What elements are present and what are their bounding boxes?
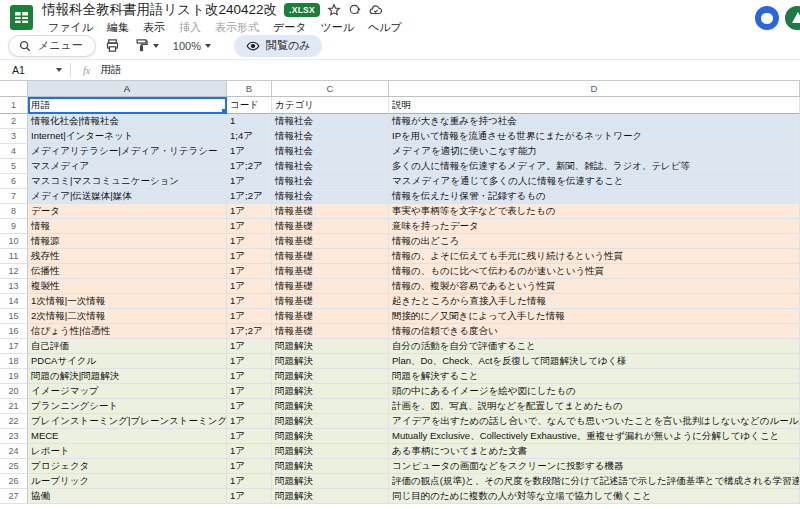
cell-D1[interactable]: 説明: [389, 97, 800, 114]
cell-C25[interactable]: 問題解決: [272, 459, 389, 474]
row-number[interactable]: 4: [0, 144, 28, 159]
cell-D11[interactable]: 情報の、よそに伝えても手元に残り続けるという性質: [389, 249, 800, 264]
cell-B26[interactable]: 1ア: [227, 474, 272, 489]
cell-D6[interactable]: マスメディアを通じて多くの人に情報を伝達すること: [389, 174, 800, 189]
cell-A26[interactable]: ルーブリック: [28, 474, 227, 489]
view-mode-chip[interactable]: 閲覧のみ: [234, 35, 323, 57]
search-menus-button[interactable]: メニュー: [8, 35, 96, 57]
cell-B4[interactable]: 1ア: [227, 144, 272, 159]
cell-B1[interactable]: コード: [227, 97, 272, 114]
cell-C5[interactable]: 情報社会: [272, 159, 389, 174]
column-header-A[interactable]: A: [28, 81, 227, 96]
cell-A5[interactable]: マスメディア: [28, 159, 227, 174]
row-number[interactable]: 15: [0, 309, 28, 324]
cell-C11[interactable]: 情報基礎: [272, 249, 389, 264]
formula-input[interactable]: 用語: [100, 63, 121, 77]
row-number[interactable]: 24: [0, 444, 28, 459]
cell-B25[interactable]: 1ア: [227, 459, 272, 474]
cell-B16[interactable]: 1ア;2ア: [227, 324, 272, 339]
cell-C4[interactable]: 情報社会: [272, 144, 389, 159]
cell-C19[interactable]: 問題解決: [272, 369, 389, 384]
cell-B24[interactable]: 1ア: [227, 444, 272, 459]
cell-D24[interactable]: ある事柄についてまとめた文書: [389, 444, 800, 459]
cell-A6[interactable]: マスコミ|マスコミュニケーション: [28, 174, 227, 189]
name-box[interactable]: A1: [0, 64, 70, 76]
cell-C24[interactable]: 問題解決: [272, 444, 389, 459]
cell-C13[interactable]: 情報基礎: [272, 279, 389, 294]
cell-D16[interactable]: 情報の信頼できる度合い: [389, 324, 800, 339]
star-icon[interactable]: [327, 3, 341, 17]
move-icon[interactable]: [348, 3, 362, 17]
cell-A15[interactable]: 2次情報|二次情報: [28, 309, 227, 324]
cell-B6[interactable]: 1ア: [227, 174, 272, 189]
row-number[interactable]: 17: [0, 339, 28, 354]
row-number[interactable]: 25: [0, 459, 28, 474]
cell-D4[interactable]: メディアを適切に使いこなす能力: [389, 144, 800, 159]
cell-C7[interactable]: 情報社会: [272, 189, 389, 204]
menu-ツール[interactable]: ツール: [315, 20, 361, 35]
row-number[interactable]: 2: [0, 114, 28, 129]
cell-C12[interactable]: 情報基礎: [272, 264, 389, 279]
row-number[interactable]: 1: [0, 97, 28, 114]
cell-A20[interactable]: イメージマップ: [28, 384, 227, 399]
cell-D5[interactable]: 多くの人に情報を伝達するメディア。新聞、雑誌、ラジオ、テレビ等: [389, 159, 800, 174]
avatar[interactable]: [755, 6, 779, 30]
cell-A1[interactable]: 用語: [28, 97, 227, 114]
cell-C21[interactable]: 問題解決: [272, 399, 389, 414]
cell-A22[interactable]: ブレインストーミング|ブレーンストーミング: [28, 414, 227, 429]
cell-B11[interactable]: 1ア: [227, 249, 272, 264]
cell-B20[interactable]: 1ア: [227, 384, 272, 399]
select-all-corner[interactable]: [0, 81, 28, 96]
cell-C8[interactable]: 情報基礎: [272, 204, 389, 219]
menu-編集[interactable]: 編集: [101, 20, 135, 35]
cell-B5[interactable]: 1ア;2ア: [227, 159, 272, 174]
row-number[interactable]: 22: [0, 414, 28, 429]
cell-A19[interactable]: 問題の解決|問題解決: [28, 369, 227, 384]
row-number[interactable]: 10: [0, 234, 28, 249]
row-number[interactable]: 12: [0, 264, 28, 279]
row-number[interactable]: 21: [0, 399, 28, 414]
cell-D3[interactable]: IPを用いて情報を流通させる世界にまたがるネットワーク: [389, 129, 800, 144]
row-number[interactable]: 3: [0, 129, 28, 144]
cell-D21[interactable]: 計画を、図、写真、説明などを配置してまとめたもの: [389, 399, 800, 414]
cell-B3[interactable]: 1;4ア: [227, 129, 272, 144]
cell-D18[interactable]: Plan、Do、Check、Actを反復して問題解決してゆく様: [389, 354, 800, 369]
cell-B9[interactable]: 1ア: [227, 219, 272, 234]
avatar[interactable]: [785, 6, 800, 30]
cell-A14[interactable]: 1次情報|一次情報: [28, 294, 227, 309]
cell-A27[interactable]: 協働: [28, 489, 227, 504]
cell-D12[interactable]: 情報の、ものに比べて伝わるのが速いという性質: [389, 264, 800, 279]
cell-A16[interactable]: 信ぴょう性|信憑性: [28, 324, 227, 339]
cell-C18[interactable]: 問題解決: [272, 354, 389, 369]
cell-C6[interactable]: 情報社会: [272, 174, 389, 189]
cell-A2[interactable]: 情報化社会|情報社会: [28, 114, 227, 129]
cell-A3[interactable]: Internet|インターネット: [28, 129, 227, 144]
row-number[interactable]: 8: [0, 204, 28, 219]
column-header-C[interactable]: C: [272, 81, 389, 96]
row-number[interactable]: 7: [0, 189, 28, 204]
cell-A4[interactable]: メディアリテラシー|メディア・リテラシー: [28, 144, 227, 159]
cell-D27[interactable]: 同じ目的のために複数の人が対等な立場で協力して働くこと: [389, 489, 800, 504]
zoom-control[interactable]: 100%: [168, 35, 216, 57]
cell-D19[interactable]: 問題を解決すること: [389, 369, 800, 384]
cell-A7[interactable]: メディア|伝送媒体|媒体: [28, 189, 227, 204]
row-number[interactable]: 23: [0, 429, 28, 444]
cell-A17[interactable]: 自己評価: [28, 339, 227, 354]
cell-D7[interactable]: 情報を伝えたり保管・記録するもの: [389, 189, 800, 204]
cell-D17[interactable]: 自分の活動を自分で評価すること: [389, 339, 800, 354]
cell-C3[interactable]: 情報社会: [272, 129, 389, 144]
print-button[interactable]: [100, 35, 125, 57]
row-number[interactable]: 11: [0, 249, 28, 264]
cell-C26[interactable]: 問題解決: [272, 474, 389, 489]
cell-A8[interactable]: データ: [28, 204, 227, 219]
cell-D8[interactable]: 事実や事柄等を文字などで表したもの: [389, 204, 800, 219]
cell-C10[interactable]: 情報基礎: [272, 234, 389, 249]
sheets-logo-icon[interactable]: [10, 5, 33, 30]
row-number[interactable]: 6: [0, 174, 28, 189]
column-header-B[interactable]: B: [227, 81, 272, 96]
paint-format-button[interactable]: [129, 35, 164, 57]
cell-B15[interactable]: 1ア: [227, 309, 272, 324]
cell-A12[interactable]: 伝播性: [28, 264, 227, 279]
cell-A23[interactable]: MECE: [28, 429, 227, 444]
cell-A21[interactable]: プランニングシート: [28, 399, 227, 414]
